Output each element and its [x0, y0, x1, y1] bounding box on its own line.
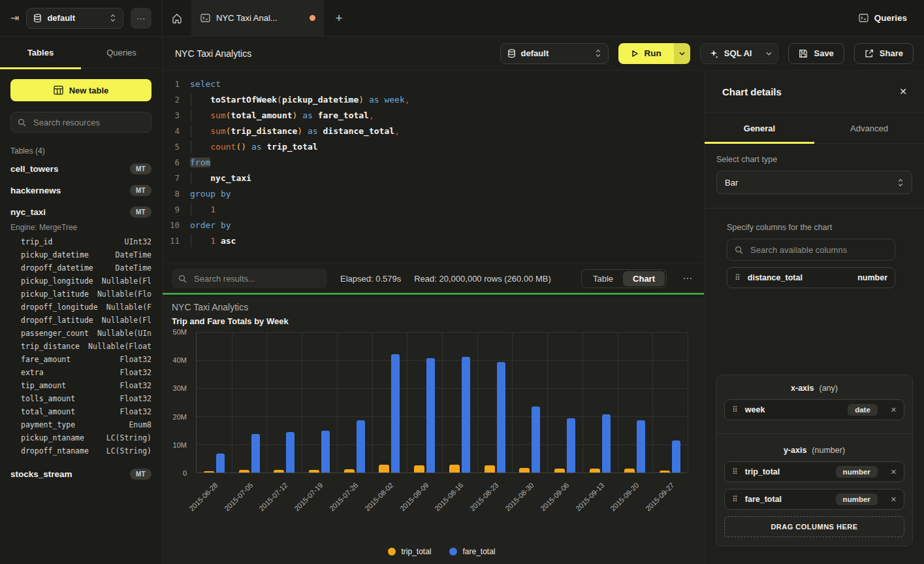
table-row[interactable]: cell_towersMT [10, 158, 151, 180]
column-chip[interactable]: ⠿distance_totalnumber [727, 267, 895, 288]
chart-type-select[interactable]: Bar [716, 171, 912, 194]
line-number: 2 [163, 95, 180, 105]
bar-trip_total [309, 470, 319, 473]
tables-section-label: Tables (4) [10, 146, 151, 156]
drag-handle-icon[interactable]: ⠿ [732, 467, 738, 476]
x-axis-items: ⠿weekdate✕ [724, 399, 904, 420]
column-chip[interactable]: ⠿weekdate✕ [724, 399, 904, 420]
drag-handle-icon[interactable]: ⠿ [732, 495, 738, 504]
bar-fare_total [357, 420, 365, 473]
column-name: tip_amount [21, 381, 66, 390]
sql-ai-button[interactable]: SQL AI [701, 44, 761, 63]
code-text: from [190, 158, 210, 167]
bar-fare_total [251, 434, 260, 473]
more-options-button[interactable]: ⋯ [131, 8, 151, 29]
sql-editor[interactable]: 1select2toStartOfWeek(pickup_datetime) a… [163, 71, 704, 263]
bar-group [407, 332, 442, 473]
table-icon [54, 86, 63, 95]
column-name: pickup_longitude [21, 276, 93, 286]
chevron-updown-icon [110, 14, 116, 22]
drag-columns-dropzone[interactable]: DRAG COLUMNS HERE [724, 516, 904, 537]
database-selector[interactable]: default [26, 8, 123, 29]
column-type: Nullable(Float [88, 342, 151, 351]
sidebar-search[interactable] [10, 112, 151, 133]
sql-ai-options-button[interactable] [760, 44, 778, 63]
run-button-group: Run [618, 43, 690, 64]
column-name: pickup_latitude [21, 290, 89, 299]
y-axis-items: ⠿trip_totalnumber✕⠿fare_totalnumber✕ [724, 461, 904, 510]
table-name: hackernews [10, 186, 61, 195]
column-name: fare_amount [21, 355, 71, 364]
column-type: LC(String) [106, 433, 151, 442]
table-row[interactable]: nyc_taxiMT [10, 201, 151, 223]
tab-nyc-taxi-analytics[interactable]: NYC Taxi Anal... [192, 0, 324, 36]
new-table-button[interactable]: New table [10, 79, 151, 101]
results-more-icon[interactable]: ⋯ [680, 273, 695, 284]
search-columns-input[interactable] [749, 244, 887, 256]
axis-config-card: x-axis (any) ⠿weekdate✕ y-axis (number) … [716, 374, 913, 546]
column-row: pickup_longitudeNullable(Fl [21, 274, 151, 288]
bar-trip_total [554, 469, 565, 473]
view-toggle-chart[interactable]: Chart [623, 271, 665, 286]
database-selector-value: default [47, 13, 75, 23]
sidebar-header: ⇥ default ⋯ [0, 0, 163, 36]
terminal-icon [200, 14, 210, 22]
tab-general[interactable]: General [705, 113, 814, 143]
search-resources-input[interactable] [32, 117, 144, 128]
run-options-button[interactable] [674, 43, 690, 64]
column-row: fare_amountFloat32 [21, 353, 151, 366]
results-search[interactable] [172, 269, 327, 288]
columns-search[interactable] [727, 239, 895, 261]
new-table-label: New table [69, 86, 109, 95]
sidebar-tab-queries[interactable]: Queries [81, 37, 162, 68]
line-number: 3 [163, 110, 180, 120]
remove-icon[interactable]: ✕ [891, 495, 897, 504]
sparkles-icon [709, 49, 718, 58]
editor-line: 8group by [163, 186, 704, 201]
search-results-input[interactable] [193, 273, 321, 284]
new-tab-button[interactable]: + [324, 0, 354, 36]
line-number: 7 [163, 173, 180, 183]
sidebar-tab-tables[interactable]: Tables [0, 37, 81, 68]
bar-group [512, 332, 547, 473]
bar-trip_total [344, 469, 355, 473]
column-name: pickup_ntaname [21, 433, 84, 442]
bar-group [442, 332, 477, 473]
remove-icon[interactable]: ✕ [891, 468, 897, 476]
read-stat: Read: 20,000,000 rows (260.00 MB) [414, 274, 551, 284]
engine-badge: MT [130, 163, 151, 174]
queries-label: Queries [874, 13, 907, 23]
tab-advanced[interactable]: Advanced [814, 113, 924, 143]
view-toggle-table[interactable]: Table [583, 271, 623, 286]
drag-handle-icon[interactable]: ⠿ [735, 273, 741, 282]
drag-handle-icon[interactable]: ⠿ [732, 405, 738, 414]
y-tick-label: 50M [173, 328, 187, 336]
legend-item[interactable]: fare_total [449, 547, 495, 556]
bar-trip_total [274, 470, 284, 473]
table-name: nyc_taxi [10, 207, 46, 217]
editor-line: 6from [163, 154, 704, 170]
remove-icon[interactable]: ✕ [891, 406, 897, 414]
legend-item[interactable]: trip_total [388, 547, 431, 556]
database-selector[interactable]: default [500, 43, 609, 64]
save-button[interactable]: Save [788, 43, 844, 64]
share-button[interactable]: Share [854, 43, 914, 64]
queries-button[interactable]: Queries [859, 13, 907, 23]
share-label: Share [880, 48, 903, 58]
search-icon [735, 246, 743, 254]
columns-label: Specify columns for the chart [727, 223, 895, 232]
column-chip[interactable]: ⠿fare_totalnumber✕ [724, 489, 904, 510]
collapse-sidebar-icon[interactable]: ⇥ [10, 12, 19, 24]
column-chip-name: distance_total [748, 273, 803, 282]
close-icon[interactable]: ✕ [899, 86, 907, 97]
run-button[interactable]: Run [618, 43, 674, 64]
bar-fare_total [567, 418, 575, 473]
home-tab[interactable] [163, 0, 192, 36]
table-row[interactable]: stocks_streamMT [10, 463, 151, 485]
column-row: payment_typeEnum8 [21, 418, 151, 431]
x-axis-labels: 2015-06-282015-07-052015-07-122015-07-19… [196, 476, 688, 525]
column-row: tolls_amountFloat32 [21, 392, 151, 405]
column-chip[interactable]: ⠿trip_totalnumber✕ [724, 461, 904, 482]
column-type-badge: number [836, 466, 878, 478]
table-row[interactable]: hackernewsMT [10, 180, 151, 201]
